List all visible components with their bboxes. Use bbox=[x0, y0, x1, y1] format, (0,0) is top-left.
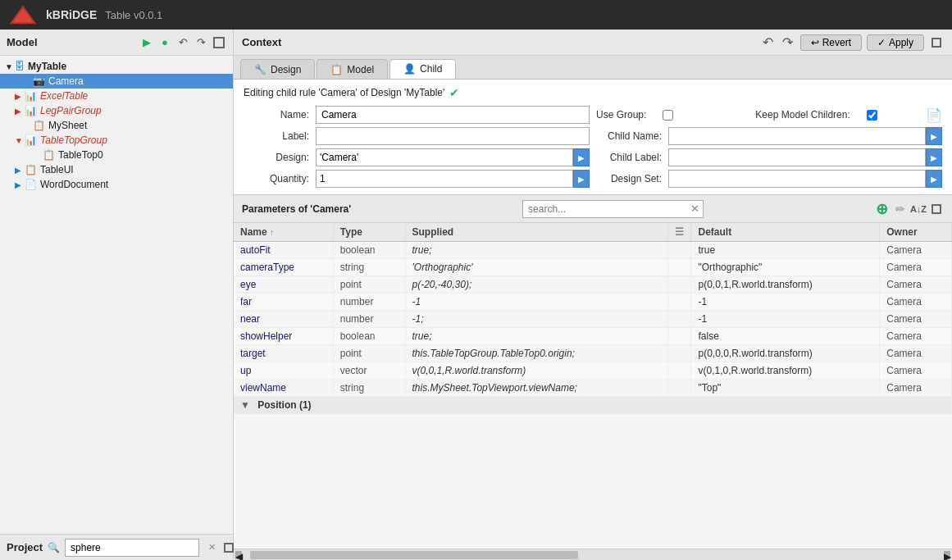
hscroll-thumb[interactable] bbox=[250, 551, 578, 559]
cell-name: far bbox=[234, 294, 333, 311]
tree-item-legpairgroup[interactable]: ▶ 📊 LegPairGroup bbox=[0, 103, 233, 118]
position-section-row[interactable]: ▼ Position (1) bbox=[234, 397, 952, 414]
col-name: Name ↑ bbox=[234, 223, 333, 242]
maximize-model-icon[interactable] bbox=[212, 35, 226, 50]
tab-model[interactable]: 📋 Model bbox=[317, 59, 388, 79]
cell-supplied: v(0,0,1,R.world.transform) bbox=[405, 362, 668, 380]
cell-default: v(0,1,0,R.world.transform) bbox=[691, 362, 880, 380]
params-icons: ⊕ ✏ A↓Z bbox=[875, 202, 944, 216]
tree-area: ▼ 🗄 MyTable 📷 Camera ▶ 📊 ExcelTable ▶ 📊 … bbox=[0, 56, 233, 534]
child-name-input[interactable] bbox=[668, 127, 926, 145]
cell-owner: Camera bbox=[880, 328, 952, 345]
design-edit-btn[interactable]: ▶ bbox=[573, 148, 590, 166]
child-name-edit-btn[interactable]: ▶ bbox=[926, 127, 942, 145]
params-header: Parameters of 'Camera' ✕ ⊕ ✏ A↓Z bbox=[234, 195, 952, 223]
table-row[interactable]: far number -1 -1 Camera bbox=[234, 294, 952, 311]
label-input[interactable] bbox=[316, 127, 590, 145]
tree-item-exceltable[interactable]: ▶ 📊 ExcelTable bbox=[0, 89, 233, 103]
undo-ctx-icon[interactable]: ↶ bbox=[761, 35, 776, 50]
tree-item-tableui[interactable]: ▶ 📋 TableUI bbox=[0, 162, 233, 177]
stop-icon[interactable]: ● bbox=[157, 35, 172, 50]
tree-label-tableui: TableUI bbox=[40, 164, 74, 175]
hscroll-left-btn[interactable]: ◀ bbox=[235, 551, 242, 559]
name-input[interactable] bbox=[316, 106, 590, 124]
design-set-label: Design Set: bbox=[596, 173, 662, 184]
legpair-icon: 📊 bbox=[25, 105, 37, 116]
tree-label-exceltable: ExcelTable bbox=[40, 90, 88, 102]
table-row[interactable]: target point this.TableTopGroup.TableTop… bbox=[234, 345, 952, 362]
tree-item-tabletopgroup[interactable]: ▼ 📊 TableTopGroup bbox=[0, 133, 233, 148]
edit-area: Editing child rule 'Camera' of Design 'M… bbox=[234, 80, 952, 195]
project-clear-icon[interactable]: ✕ bbox=[204, 540, 219, 555]
tree-item-mytable[interactable]: ▼ 🗄 MyTable bbox=[0, 59, 233, 74]
search-clear-btn[interactable]: ✕ bbox=[687, 203, 703, 215]
child-label-input[interactable] bbox=[668, 148, 926, 166]
add-param-icon[interactable]: ⊕ bbox=[875, 202, 890, 216]
cell-default: false bbox=[691, 328, 880, 345]
revert-icon: ↩ bbox=[811, 37, 819, 48]
model-header: Model ▶ ● ↶ ↷ bbox=[0, 30, 233, 56]
child-label-edit-btn[interactable]: ▶ bbox=[926, 148, 942, 166]
table-row[interactable]: up vector v(0,0,1,R.world.transform) v(0… bbox=[234, 362, 952, 380]
tableui-icon: 📋 bbox=[25, 164, 37, 175]
tab-design[interactable]: 🔧 Design bbox=[240, 59, 315, 79]
project-input[interactable]: sphere bbox=[65, 539, 199, 557]
sheet-icon: 📋 bbox=[33, 120, 45, 131]
table-row[interactable]: near number -1; -1 Camera bbox=[234, 311, 952, 328]
design-set-edit-btn[interactable]: ▶ bbox=[926, 170, 942, 188]
hscroll-right-btn[interactable]: ▶ bbox=[944, 551, 950, 559]
edit-param-icon[interactable]: ✏ bbox=[893, 202, 908, 216]
position-section-label: Position (1) bbox=[257, 399, 311, 411]
tab-bar: 🔧 Design 📋 Model 👤 Child bbox=[234, 56, 952, 80]
search-box[interactable]: ✕ bbox=[522, 200, 704, 218]
design-set-field: ▶ bbox=[668, 170, 942, 188]
design-field: ▶ bbox=[316, 148, 590, 166]
cell-name: target bbox=[234, 345, 333, 362]
arrow-legpairgroup: ▶ bbox=[15, 107, 25, 116]
table-row[interactable]: viewName string this.MySheet.TopViewport… bbox=[234, 380, 952, 397]
revert-button[interactable]: ↩ Revert bbox=[800, 34, 862, 51]
keep-model-children-checkbox[interactable] bbox=[867, 110, 877, 121]
cell-owner: Camera bbox=[880, 276, 952, 294]
hscroll[interactable]: ◀ ▶ bbox=[234, 549, 952, 560]
table-row[interactable]: cameraType string 'Orthographic' "Orthog… bbox=[234, 259, 952, 276]
apply-button[interactable]: ✓ Apply bbox=[867, 34, 924, 51]
design-input[interactable] bbox=[316, 148, 573, 166]
sort-az-icon[interactable]: A↓Z bbox=[911, 202, 926, 216]
tree-label-worddocument: WordDocument bbox=[40, 179, 108, 190]
cell-filter bbox=[668, 259, 691, 276]
cell-type: boolean bbox=[333, 328, 405, 345]
table-row[interactable]: eye point p(-20,-40,30); p(0,0,1,R.world… bbox=[234, 276, 952, 294]
tree-item-worddocument[interactable]: ▶ 📄 WordDocument bbox=[0, 177, 233, 192]
undo-icon[interactable]: ↶ bbox=[175, 35, 190, 50]
redo-icon[interactable]: ↷ bbox=[194, 35, 208, 50]
table-row[interactable]: showHelper boolean true; false Camera bbox=[234, 328, 952, 345]
quantity-label: Quantity: bbox=[244, 173, 309, 184]
tree-item-mysheet[interactable]: 📋 MySheet bbox=[0, 118, 233, 133]
maximize-params-icon[interactable] bbox=[929, 202, 944, 216]
play-icon[interactable]: ▶ bbox=[139, 35, 154, 50]
cell-type: string bbox=[333, 259, 405, 276]
model-title: Model bbox=[7, 36, 38, 48]
cell-owner: Camera bbox=[880, 242, 952, 259]
worddocument-icon: 📄 bbox=[25, 179, 37, 190]
tree-item-camera[interactable]: 📷 Camera bbox=[0, 74, 233, 89]
quantity-input[interactable] bbox=[316, 170, 573, 188]
design-set-input[interactable] bbox=[668, 170, 926, 188]
table-row[interactable]: autoFit boolean true; true Camera bbox=[234, 242, 952, 259]
col-filter[interactable]: ☰ bbox=[668, 223, 691, 242]
quantity-field: ▶ bbox=[316, 170, 590, 188]
quantity-edit-btn[interactable]: ▶ bbox=[573, 170, 590, 188]
child-label-field: ▶ bbox=[668, 148, 942, 166]
redo-ctx-icon[interactable]: ↷ bbox=[781, 35, 795, 50]
child-name-field: ▶ bbox=[668, 127, 942, 145]
tab-child[interactable]: 👤 Child bbox=[389, 59, 456, 79]
search-input[interactable] bbox=[523, 202, 687, 216]
tree-item-tabletop0[interactable]: 📋 TableTop0 bbox=[0, 148, 233, 162]
use-group-checkbox[interactable] bbox=[663, 110, 673, 121]
logo-icon bbox=[8, 4, 38, 25]
titlebar: kBRiDGE Table v0.0.1 bbox=[0, 0, 952, 30]
maximize-context-icon[interactable] bbox=[929, 35, 944, 50]
cell-filter bbox=[668, 328, 691, 345]
arrow-mytable: ▼ bbox=[5, 62, 15, 71]
